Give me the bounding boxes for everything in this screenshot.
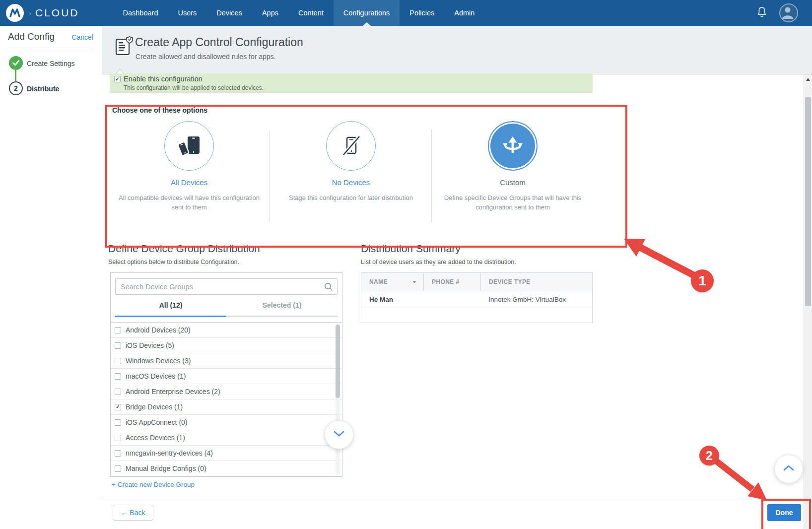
device-group-checkbox[interactable] [115,342,121,349]
no-devices-label: No Devices [332,178,370,187]
tab-selected[interactable]: Selected (1) [226,299,338,317]
device-group-checkbox[interactable] [115,450,121,457]
option-no-devices[interactable]: No Devices Stage this configuration for … [270,121,432,202]
user-avatar[interactable] [779,3,798,22]
nav-item[interactable]: Users [168,0,206,26]
options-heading: Choose one of these options [112,106,207,114]
step-create-settings-label[interactable]: Create Settings [27,60,75,67]
enable-configuration-checkbox[interactable] [114,76,121,82]
brand-name: CLOUD [35,7,79,19]
step-distribute-number[interactable]: 2 [9,81,23,95]
device-group-checkbox[interactable] [115,404,121,410]
device-group-row[interactable]: iOS AppConnect (0) [111,415,342,430]
device-group-row[interactable]: Android Devices (20) [111,323,342,338]
list-scrollbar-thumb[interactable] [336,325,340,398]
custom-label: Custom [500,178,526,187]
chevron-up-icon [783,464,794,473]
device-group-checkbox[interactable] [115,373,121,380]
app-control-configuration-page: › CLOUD DashboardUsersDevicesAppsContent… [0,0,812,529]
notifications-bell-icon[interactable] [756,6,767,20]
device-group-row[interactable]: Access Devices (1) [111,430,342,446]
device-group-checkbox[interactable] [115,358,121,364]
chevron-down-icon [334,430,344,439]
device-group-checkbox[interactable] [115,465,121,472]
nav-item[interactable]: Policies [400,0,444,26]
all-devices-description: All compatible devices will have this co… [115,193,264,212]
scroll-to-top-button[interactable] [774,455,803,483]
sort-caret-icon [412,281,416,283]
device-groups-subtitle: Select options below to distribute Confi… [108,259,239,265]
enable-configuration-description: This configuration will be applied to se… [124,84,264,91]
option-custom[interactable]: Custom Define specific Device Groups tha… [432,121,594,212]
distribution-summary-table: NAME PHONE # DEVICE TYPE He Man innotek … [361,272,593,323]
search-device-groups-input[interactable] [115,278,338,295]
device-group-label: Bridge Devices (1) [126,403,183,411]
device-group-row[interactable]: Manual Bridge Configs (0) [111,461,342,476]
option-all-devices[interactable]: All Devices All compatible devices will … [108,121,270,212]
device-groups-panel: All (12) Selected (1) Android Devices (2… [110,272,342,477]
nav-item[interactable]: Admin [444,0,484,26]
back-button[interactable]: ← Back [113,505,153,521]
create-device-group-link[interactable]: + Create new Device Group [112,481,195,488]
custom-description: Define specific Device Groups that will … [438,193,587,212]
scroll-down-button[interactable] [325,420,353,449]
brand-logo[interactable]: › CLOUD [6,4,79,22]
sidebar-title: Add Config [8,31,55,42]
breadcrumb-chevron-icon: › [29,9,31,17]
page-scrollbar-thumb[interactable] [805,97,811,306]
nav-item[interactable]: Configurations [334,0,400,26]
device-group-label: iOS Devices (5) [126,341,174,349]
device-group-checkbox[interactable] [115,435,121,441]
device-group-row[interactable]: Bridge Devices (1) [111,399,342,415]
sidebar-divider [7,48,94,48]
column-header-device-type[interactable]: DEVICE TYPE [481,273,592,291]
nav-item[interactable]: Apps [252,0,288,26]
config-document-shield-icon [114,36,134,59]
page-header: Create App Control Configuration Create … [102,26,812,74]
column-header-name[interactable]: NAME [361,273,424,291]
device-group-row[interactable]: iOS Devices (5) [111,338,342,353]
device-group-checkbox[interactable] [115,389,121,395]
summary-table-header: NAME PHONE # DEVICE TYPE [361,273,592,291]
enable-configuration-banner: Enable this configuration This configura… [110,73,593,93]
page-title: Create App Control Configuration [135,36,303,49]
nav-item[interactable]: Content [288,0,334,26]
footer-divider [102,498,804,498]
no-devices-icon [326,121,376,171]
summary-empty-row [361,308,592,323]
cancel-link[interactable]: Cancel [71,33,93,41]
mobileiron-logo-icon [6,4,24,22]
device-group-label: Access Devices (1) [126,434,185,442]
wizard-sidebar: Add Config Cancel Create Settings 2 Dist… [0,26,102,529]
summary-table-row: He Man innotek GmbH: VirtualBox [361,291,592,308]
step-connector [15,70,16,81]
device-group-label: nmcgavin-sentry-devices (4) [126,449,213,457]
all-devices-icon [164,121,214,171]
device-group-label: macOS Devices (1) [126,372,186,380]
custom-branch-arrows-icon [488,121,538,171]
search-icon [324,282,333,293]
nav-item[interactable]: Dashboard [113,0,168,26]
device-groups-heading: Define Device Group Distribution [108,243,260,255]
column-header-phone[interactable]: PHONE # [424,273,481,291]
device-group-row[interactable]: nmcgavin-sentry-devices (4) [111,446,342,461]
device-group-row[interactable]: Android Enterprise Devices (2) [111,384,342,399]
annotation-badge-1: 1 [691,269,714,292]
device-group-row[interactable]: macOS Devices (1) [111,369,342,384]
device-group-checkbox[interactable] [115,419,121,426]
nav-item[interactable]: Devices [206,0,252,26]
device-group-label: Windows Devices (3) [126,357,191,365]
done-button[interactable]: Done [767,504,801,521]
device-group-checkbox[interactable] [115,327,121,333]
step-distribute-label[interactable]: Distribute [27,85,59,93]
tab-all[interactable]: All (12) [115,299,226,317]
top-nav: › CLOUD DashboardUsersDevicesAppsContent… [0,0,812,26]
distribution-summary-heading: Distribution Summary [361,243,461,255]
device-group-label: iOS AppConnect (0) [126,418,188,426]
nav-menu: DashboardUsersDevicesAppsContentConfigur… [113,0,485,26]
step-complete-check-icon[interactable] [9,56,23,70]
scrollbar-up-arrow[interactable] [806,78,810,81]
device-group-row[interactable]: Windows Devices (3) [111,353,342,369]
device-group-label: Android Enterprise Devices (2) [126,388,220,396]
enable-configuration-label: Enable this configuration [124,75,203,83]
